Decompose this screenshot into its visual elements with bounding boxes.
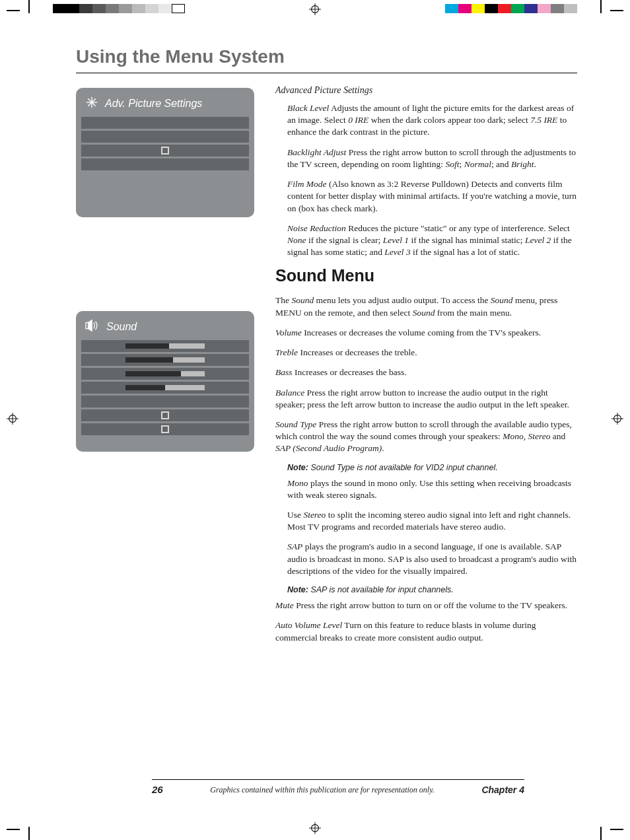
menu-row bbox=[81, 396, 249, 407]
paragraph-mute: Mute Press the right arrow button to tur… bbox=[275, 600, 577, 612]
svg-marker-17 bbox=[88, 320, 92, 332]
paragraph-stereo: Use Stereo to split the incoming stereo … bbox=[287, 509, 577, 533]
menu-row bbox=[81, 423, 249, 435]
paragraph-sap: SAP plays the program's audio in a secon… bbox=[287, 541, 577, 577]
menu-row bbox=[81, 158, 249, 170]
left-column: Adv. Picture Settings bbox=[76, 85, 254, 652]
paragraph-mono: Mono plays the sound in mono only. Use t… bbox=[287, 477, 577, 501]
paragraph-bass: Bass Increases or decreases the bass. bbox=[275, 367, 577, 378]
page-number: 26 bbox=[152, 784, 163, 795]
registration-mark-icon bbox=[309, 3, 321, 18]
checkbox-icon bbox=[161, 147, 169, 155]
paragraph-film-mode: Film Mode (Also known as 3:2 Reverse Pul… bbox=[287, 178, 577, 215]
registration-mark-icon bbox=[612, 413, 623, 427]
footer-caption: Graphics contained within this publicati… bbox=[210, 785, 435, 795]
paragraph-sound-intro: The Sound menu lets you adjust audio out… bbox=[275, 295, 577, 318]
menu-row bbox=[81, 354, 249, 366]
checkbox-icon bbox=[161, 411, 169, 419]
paragraph-backlight: Backlight Adjust Press the right arrow b… bbox=[287, 147, 577, 170]
figure-adv-picture-settings: Adv. Picture Settings bbox=[76, 88, 254, 217]
section-heading: Advanced Picture Settings bbox=[275, 85, 577, 96]
figure-title: Sound bbox=[106, 321, 137, 333]
menu-row bbox=[81, 368, 249, 380]
menu-row bbox=[81, 131, 249, 143]
paragraph-black-level: Black Level Adjusts the amount of light … bbox=[287, 102, 577, 139]
color-bar bbox=[445, 4, 577, 13]
speaker-icon bbox=[85, 319, 100, 335]
menu-row bbox=[81, 409, 249, 421]
paragraph-sound-type: Sound Type Press the right arrow button … bbox=[275, 419, 577, 455]
menu-row bbox=[81, 117, 249, 129]
snowflake-icon bbox=[85, 96, 98, 112]
registration-mark-icon bbox=[7, 413, 18, 427]
checkbox-icon bbox=[161, 425, 169, 433]
note-sap: Note: SAP is not available for input cha… bbox=[287, 585, 577, 594]
paragraph-noise-reduction: Noise Reduction Reduces the picture "sta… bbox=[287, 223, 577, 259]
paragraph-balance: Balance Press the right arrow button to … bbox=[275, 387, 577, 411]
registration-mark-icon bbox=[309, 822, 321, 837]
grayscale-bar bbox=[53, 4, 185, 13]
menu-row bbox=[81, 382, 249, 394]
note-sound-type: Note: Sound Type is not available for VI… bbox=[287, 463, 577, 472]
paragraph-volume: Volume Increases or decreases the volume… bbox=[275, 327, 577, 339]
menu-row bbox=[81, 340, 249, 352]
chapter-label: Chapter 4 bbox=[481, 785, 524, 795]
menu-row bbox=[81, 145, 249, 157]
section-heading-sound: Sound Menu bbox=[275, 266, 577, 285]
chapter-title: Using the Menu System bbox=[76, 46, 577, 67]
registration-top bbox=[0, 0, 630, 20]
paragraph-treble: Treble Increases or decreases the treble… bbox=[275, 347, 577, 359]
figure-title: Adv. Picture Settings bbox=[105, 98, 202, 110]
right-column: Advanced Picture Settings Black Level Ad… bbox=[275, 85, 577, 652]
title-rule bbox=[76, 73, 577, 73]
registration-bottom bbox=[0, 820, 630, 840]
page-footer: 26 Graphics contained within this public… bbox=[152, 779, 524, 795]
content-area: Using the Menu System Adv. Picture Setti… bbox=[76, 46, 577, 800]
paragraph-auto-volume: Auto Volume Level Turn on this feature t… bbox=[275, 619, 577, 643]
page: Using the Menu System Adv. Picture Setti… bbox=[0, 0, 630, 840]
figure-sound-menu: Sound bbox=[76, 311, 254, 452]
